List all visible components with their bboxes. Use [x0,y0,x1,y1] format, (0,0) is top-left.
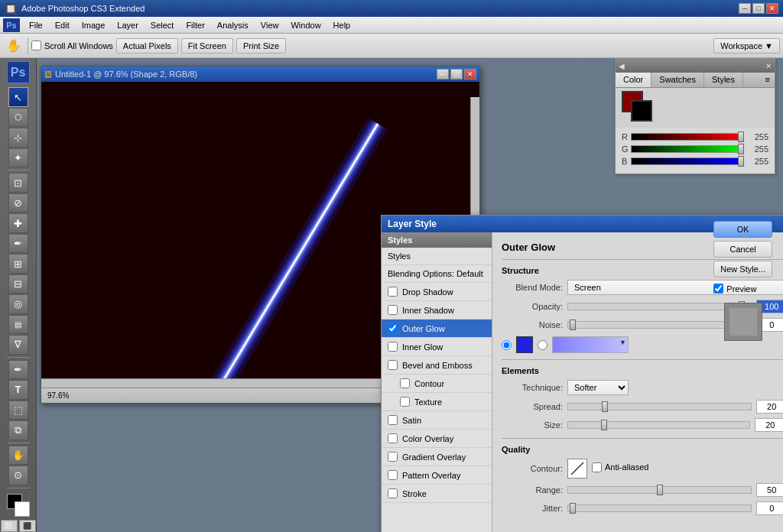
canvas-restore-main[interactable]: □ [450,69,463,79]
style-item-satin[interactable]: Satin [382,411,492,430]
checkbox-pattern-overlay[interactable] [388,470,398,480]
tab-swatches[interactable]: Swatches [651,73,704,87]
tool-zoom[interactable]: ⊙ [8,466,28,485]
checkbox-color-overlay[interactable] [388,433,398,443]
tool-dodge[interactable]: ∇ [8,335,28,354]
radio-solid[interactable] [502,340,512,350]
tool-text[interactable]: T [8,380,28,399]
menu-window[interactable]: Window [284,19,327,31]
menu-edit[interactable]: Edit [49,19,76,31]
style-item-inner-shadow[interactable]: Inner Shadow [382,301,492,320]
style-item-blending[interactable]: Blending Options: Default [382,265,492,283]
preview-checkbox[interactable] [713,284,723,294]
contour-thumbnail[interactable] [567,459,587,478]
technique-select[interactable]: Softer Precise [567,380,629,395]
color-swatches[interactable] [7,494,30,516]
tool-eraser[interactable]: ◎ [8,294,28,313]
range-input[interactable] [756,483,783,497]
style-item-outer-glow[interactable]: Outer Glow [382,320,492,338]
tool-healing[interactable]: ✚ [8,213,28,232]
tab-color[interactable]: Color [616,73,651,87]
cancel-button[interactable]: Cancel [713,241,772,258]
anti-aliased-checkbox[interactable] [592,462,602,472]
style-item-stroke[interactable]: Stroke [382,485,492,503]
style-item-contour[interactable]: Contour [382,375,492,393]
tool-lasso[interactable]: ⊹ [8,128,28,147]
minimize-button[interactable]: ─ [739,3,751,14]
jitter-input[interactable] [756,501,783,515]
g-slider[interactable] [631,145,744,153]
glow-color-preview[interactable] [516,336,533,353]
checkbox-drop-shadow[interactable] [388,287,398,297]
tool-magic-wand[interactable]: ✦ [8,148,28,167]
background-color[interactable] [15,501,30,517]
tool-clone[interactable]: ⊞ [8,254,28,273]
radio-gradient[interactable] [538,340,547,350]
menu-layer[interactable]: Layer [111,19,145,31]
checkbox-inner-glow[interactable] [388,342,398,352]
range-slider[interactable] [567,486,752,494]
tool-shape[interactable]: ⬚ [8,401,28,420]
checkbox-bevel-emboss[interactable] [388,360,398,370]
spread-slider-thumb[interactable] [602,401,608,412]
quick-mask-mode[interactable]: ⬛ [19,520,36,532]
checkbox-inner-shadow[interactable] [388,305,398,315]
color-panel-collapse[interactable]: ✕ [765,62,772,70]
jitter-slider[interactable] [567,504,752,512]
size-slider[interactable] [567,421,750,429]
g-slider-thumb[interactable] [738,144,744,154]
tool-move[interactable]: ↖ [8,87,28,106]
style-item-bevel-emboss[interactable]: Bevel and Emboss [382,356,492,375]
b-slider[interactable] [631,157,744,165]
panel-menu-icon[interactable]: ≡ [761,73,775,87]
r-slider[interactable] [631,133,744,141]
style-item-gradient-overlay[interactable]: Gradient Overlay [382,448,492,466]
maximize-button[interactable]: □ [752,3,765,14]
style-item-inner-glow[interactable]: Inner Glow [382,338,492,356]
style-item-color-overlay[interactable]: Color Overlay [382,430,492,448]
r-slider-thumb[interactable] [738,131,744,142]
menu-analysis[interactable]: Analysis [211,19,255,31]
size-slider-thumb[interactable] [601,420,607,430]
menu-file[interactable]: File [23,19,49,31]
tool-crop[interactable]: ⊡ [8,173,28,192]
fit-screen-button[interactable]: Fit Screen [181,38,233,54]
scroll-all-windows-checkbox[interactable] [31,41,41,50]
menu-image[interactable]: Image [76,19,112,31]
hand-tool[interactable]: ✋ [3,37,24,55]
menu-select[interactable]: Select [145,19,180,31]
tool-brush[interactable]: ✒ [8,234,28,253]
size-input[interactable] [755,418,783,432]
b-slider-thumb[interactable] [738,156,744,167]
tool-hand[interactable]: ✋ [8,446,28,465]
menu-help[interactable]: Help [327,19,357,31]
canvas-close-main[interactable]: ✕ [464,69,476,79]
noise-slider-thumb[interactable] [570,320,576,330]
style-item-texture[interactable]: Texture [382,393,492,411]
spread-slider[interactable] [567,403,752,410]
actual-pixels-button[interactable]: Actual Pixels [116,38,178,54]
tab-styles[interactable]: Styles [704,73,743,87]
tool-notes[interactable]: ⧉ [8,420,28,440]
print-size-button[interactable]: Print Size [236,38,286,54]
tool-pen[interactable]: ✒ [8,360,28,379]
ok-button[interactable]: OK [713,221,772,238]
workspace-button[interactable]: Workspace ▼ [713,38,780,54]
menu-view[interactable]: View [255,19,285,31]
jitter-slider-thumb[interactable] [570,503,576,514]
spread-input[interactable] [756,400,783,414]
menu-filter[interactable]: Filter [180,19,210,31]
style-item-drop-shadow[interactable]: Drop Shadow [382,283,492,301]
tool-gradient[interactable]: ▤ [8,315,28,334]
tool-marquee[interactable]: ⬡ [8,108,28,127]
checkbox-satin[interactable] [388,415,398,425]
glow-gradient-preview[interactable] [552,336,629,353]
checkbox-stroke[interactable] [388,488,398,498]
checkbox-outer-glow[interactable] [388,323,398,333]
range-slider-thumb[interactable] [657,485,663,495]
fg-bg-swatches[interactable] [622,91,652,122]
style-item-styles[interactable]: Styles [382,248,492,265]
radio-solid-input[interactable] [502,340,512,350]
standard-mode[interactable]: ⬜ [1,520,18,532]
style-item-pattern-overlay[interactable]: Pattern Overlay [382,466,492,485]
